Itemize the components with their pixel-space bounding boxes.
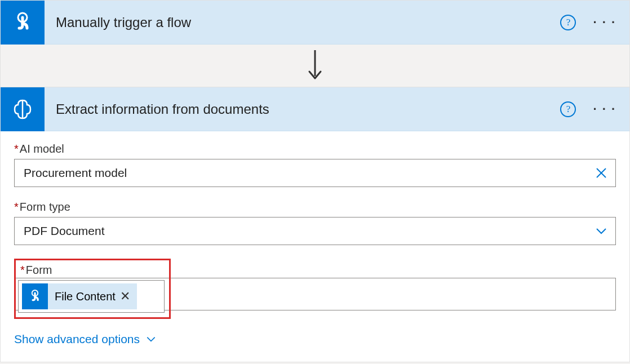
touch-icon — [1, 1, 45, 45]
action-header[interactable]: Extract information from documents ? · ·… — [1, 87, 629, 131]
remove-token-icon[interactable]: ✕ — [120, 289, 130, 304]
form-label: *Form — [18, 264, 165, 277]
form-input-visible[interactable]: File Content ✕ — [18, 280, 165, 313]
clear-icon[interactable] — [594, 166, 609, 180]
touch-icon — [22, 283, 48, 309]
flow-connector — [1, 45, 629, 87]
show-advanced-options-link[interactable]: Show advanced options — [14, 332, 157, 346]
ai-model-label: *AI model — [14, 143, 616, 156]
chevron-down-icon[interactable] — [594, 224, 609, 238]
field-form: *Form Fi — [14, 259, 616, 319]
field-ai-model: *AI model Procurement model — [14, 143, 616, 187]
ai-model-value: Procurement model — [24, 166, 127, 180]
form-type-select[interactable]: PDF Document — [14, 217, 616, 245]
action-title: Extract information from documents — [45, 101, 560, 117]
form-type-value: PDF Document — [24, 224, 105, 238]
trigger-header[interactable]: Manually trigger a flow ? · · · — [1, 1, 629, 45]
field-form-type: *Form type PDF Document — [14, 201, 616, 245]
more-menu-icon[interactable]: · · · — [593, 103, 616, 116]
chevron-down-icon — [145, 334, 157, 345]
more-menu-icon[interactable]: · · · — [593, 16, 616, 29]
ai-brain-icon — [1, 87, 45, 131]
help-icon[interactable]: ? — [560, 15, 576, 30]
token-label: File Content — [55, 290, 116, 303]
trigger-title: Manually trigger a flow — [45, 15, 560, 30]
form-highlight: *Form Fi — [14, 259, 171, 319]
form-type-label: *Form type — [14, 201, 616, 214]
help-icon[interactable]: ? — [560, 101, 576, 117]
file-content-token[interactable]: File Content ✕ — [22, 283, 137, 309]
ai-model-input[interactable]: Procurement model — [14, 159, 616, 187]
action-body: *AI model Procurement model *Form type P… — [1, 131, 629, 362]
